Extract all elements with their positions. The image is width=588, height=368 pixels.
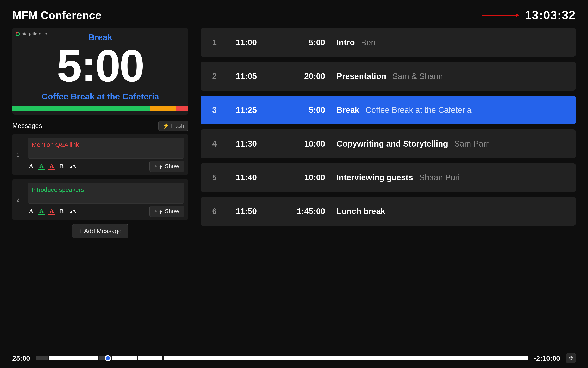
message-number: 2 (16, 196, 25, 203)
status-dot-icon (155, 165, 157, 167)
schedule-start-time: 11:50 (236, 207, 277, 216)
schedule-title: Break (336, 105, 359, 115)
progress-orange (150, 106, 176, 110)
schedule-start-time: 11:30 (236, 139, 277, 148)
brand-ring-icon (15, 31, 21, 37)
schedule-speaker: Ben (361, 38, 375, 47)
timer-subtitle: Coffee Break at the Cafeteria (12, 92, 188, 101)
arrow-up-icon (159, 165, 162, 167)
schedule-duration: 5:00 (284, 38, 329, 47)
schedule-number: 3 (212, 105, 228, 115)
schedule-speaker: Sam & Shann (392, 72, 443, 81)
show-message-button[interactable]: Show (149, 206, 184, 217)
color-red-button[interactable]: A (48, 162, 55, 170)
color-green-button[interactable]: A (38, 162, 45, 170)
schedule-start-time: 11:05 (236, 72, 277, 81)
schedule-row[interactable]: 311:255:00BreakCoffee Break at the Cafet… (201, 96, 576, 124)
schedule-number: 4 (212, 139, 228, 148)
add-message-button[interactable]: + Add Message (72, 224, 128, 238)
schedule-speaker: Coffee Break at the Cafeteria (365, 105, 471, 115)
remaining-time: -2:10:00 (534, 354, 560, 362)
messages-heading: Messages (12, 122, 42, 129)
show-label: Show (165, 163, 179, 169)
schedule-row[interactable]: 411:3010:00Copywriting and StorytellingS… (201, 129, 576, 158)
schedule-title: Interviewing guests (336, 173, 413, 182)
schedule-speaker: Shaan Puri (419, 173, 460, 182)
schedule-row[interactable]: 611:501:45:00Lunch break (201, 197, 576, 226)
message-card: 2Introduce speakersAAABäAShow (12, 179, 188, 220)
timer-progress-bar (12, 106, 188, 110)
bold-button[interactable]: B (59, 163, 65, 170)
fullscreen-button[interactable] (566, 353, 576, 363)
brand-badge: stagetimer.io (16, 31, 47, 37)
schedule-number: 6 (212, 207, 228, 216)
lightning-icon: ⚡ (163, 123, 169, 129)
arrow-up-icon (159, 210, 162, 212)
status-dot-icon (155, 210, 157, 212)
timer-countdown: 5:00 (12, 42, 188, 90)
schedule-title: Copywriting and Storytelling (336, 139, 448, 148)
message-textarea[interactable]: Mention Q&A link (28, 138, 184, 159)
schedule-duration: 1:45:00 (284, 207, 329, 216)
timer-preview-card: stagetimer.io Break 5:00 Coffee Break at… (12, 28, 188, 115)
schedule-number: 2 (212, 72, 228, 81)
bold-button[interactable]: B (59, 208, 65, 215)
schedule-duration: 5:00 (284, 105, 329, 115)
timeline-segment (49, 356, 98, 360)
show-label: Show (165, 208, 179, 214)
schedule-title: Intro (336, 38, 355, 47)
elapsed-time: 25:00 (12, 354, 30, 362)
current-time-clock: 13:03:32 (525, 8, 576, 22)
color-white-button[interactable]: A (28, 208, 34, 215)
schedule-duration: 10:00 (284, 139, 329, 148)
timeline-segment (138, 356, 162, 360)
schedule-number: 5 (212, 173, 228, 182)
schedule-row[interactable]: 211:0520:00PresentationSam & Shann (201, 62, 576, 91)
message-card: 1Mention Q&A linkAAABäAShow (12, 134, 188, 175)
timeline-track[interactable] (36, 356, 528, 360)
schedule-speaker: Sam Parr (454, 139, 489, 148)
message-textarea[interactable]: Introduce speakers (28, 183, 184, 204)
clock-arrow-icon (482, 15, 519, 16)
collapse-icon (568, 356, 573, 361)
schedule-duration: 20:00 (284, 72, 329, 81)
timeline-segment (36, 356, 48, 360)
case-button[interactable]: äA (69, 163, 77, 169)
schedule-start-time: 11:00 (236, 38, 277, 47)
timeline-playhead[interactable] (105, 355, 111, 361)
flash-label: Flash (171, 123, 184, 129)
show-message-button[interactable]: Show (149, 161, 184, 172)
color-white-button[interactable]: A (28, 163, 34, 170)
progress-red (176, 106, 188, 110)
flash-button[interactable]: ⚡ Flash (159, 121, 188, 131)
schedule-row[interactable]: 111:005:00IntroBen (201, 28, 576, 57)
case-button[interactable]: äA (69, 208, 77, 214)
schedule-duration: 10:00 (284, 173, 329, 182)
schedule-title: Presentation (336, 72, 386, 81)
schedule-start-time: 11:40 (236, 173, 277, 182)
page-title: MFM Conference (12, 9, 101, 21)
message-number: 1 (16, 151, 25, 158)
schedule-number: 1 (212, 38, 228, 47)
schedule-row[interactable]: 511:4010:00Interviewing guestsShaan Puri (201, 163, 576, 192)
timeline-segment (164, 356, 528, 360)
progress-green (12, 106, 150, 110)
schedule-start-time: 11:25 (236, 105, 277, 115)
timeline-segment (112, 356, 137, 360)
brand-label: stagetimer.io (22, 31, 47, 37)
color-green-button[interactable]: A (38, 207, 45, 215)
schedule-title: Lunch break (336, 207, 385, 216)
color-red-button[interactable]: A (48, 207, 55, 215)
